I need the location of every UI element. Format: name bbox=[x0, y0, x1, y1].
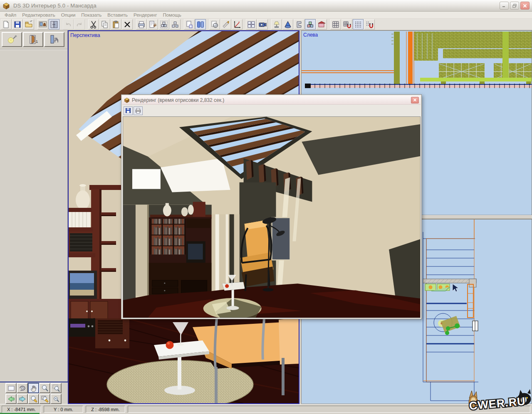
print-image-button[interactable] bbox=[134, 106, 143, 115]
print-preview-button[interactable] bbox=[147, 19, 158, 30]
render-dialog-toolbar bbox=[122, 105, 421, 116]
print-preview-icon bbox=[148, 20, 157, 29]
measure-ruler-icon bbox=[222, 20, 230, 29]
open-button[interactable] bbox=[23, 19, 34, 30]
camera-button[interactable] bbox=[257, 19, 268, 30]
grid-button[interactable] bbox=[330, 19, 341, 30]
close-button[interactable] bbox=[520, 2, 530, 10]
open-folder-icon bbox=[25, 20, 33, 29]
save-image-button[interactable] bbox=[124, 106, 133, 115]
room-number-badge: 1 bbox=[36, 39, 38, 44]
copy-button[interactable] bbox=[99, 19, 110, 30]
camera-icon bbox=[258, 20, 267, 29]
profile-button[interactable] bbox=[294, 19, 304, 30]
cabinet-icon bbox=[317, 20, 326, 29]
group-button[interactable] bbox=[158, 19, 169, 30]
print-icon bbox=[137, 20, 146, 29]
point-snap-button[interactable] bbox=[364, 19, 375, 30]
point-grid-icon bbox=[354, 20, 362, 29]
cabinet-button[interactable] bbox=[316, 19, 327, 30]
select-button[interactable] bbox=[5, 383, 17, 393]
lamp-icon bbox=[272, 20, 281, 29]
copy-icon bbox=[101, 20, 109, 29]
furniture-view-button[interactable] bbox=[49, 19, 59, 30]
cone-button[interactable] bbox=[282, 19, 293, 30]
minimize-icon bbox=[502, 4, 506, 7]
render-dialog-close-button[interactable] bbox=[411, 97, 419, 104]
zoom-icon bbox=[41, 384, 49, 392]
back-button[interactable] bbox=[5, 394, 17, 404]
render-dialog-close-icon bbox=[413, 98, 417, 102]
grid-snap-button[interactable] bbox=[341, 19, 352, 30]
undo-icon bbox=[64, 20, 72, 29]
furniture-button[interactable] bbox=[44, 32, 64, 47]
point-grid-button[interactable] bbox=[353, 19, 364, 30]
render-dialog-titlebar[interactable]: Рендеринг (время отрисовки 2,832 сек.) bbox=[122, 96, 421, 105]
navigation-panel bbox=[0, 382, 68, 404]
orbit-icon bbox=[18, 384, 27, 392]
delete-button[interactable] bbox=[122, 19, 133, 30]
orbit-button[interactable] bbox=[17, 383, 28, 393]
rendered-image bbox=[123, 116, 421, 318]
profile-icon bbox=[295, 20, 303, 29]
zoom-button[interactable] bbox=[39, 383, 50, 393]
zoom-out-icon bbox=[52, 395, 60, 403]
menu-options[interactable]: Опции bbox=[58, 12, 79, 17]
room-view-button[interactable] bbox=[37, 19, 48, 30]
paste-icon bbox=[112, 20, 120, 29]
room-button[interactable]: 1 bbox=[23, 32, 43, 47]
light-source-button[interactable] bbox=[2, 32, 22, 47]
floor-and-furniture bbox=[69, 318, 299, 403]
title-bar[interactable]: DS 3D Интерьер 5.0 - Мансарда bbox=[0, 0, 532, 12]
undo-button[interactable] bbox=[63, 19, 74, 30]
room-door-icon: 1 bbox=[28, 34, 39, 45]
main-toolbar bbox=[0, 19, 532, 30]
print-button[interactable] bbox=[136, 19, 147, 30]
zoom-window-button[interactable] bbox=[50, 383, 62, 393]
ungroup-icon bbox=[171, 20, 179, 29]
redo-button[interactable] bbox=[74, 19, 85, 30]
zoom-region-draw-button[interactable] bbox=[39, 394, 50, 404]
lamp-button[interactable] bbox=[271, 19, 282, 30]
render-sphere-icon bbox=[210, 20, 219, 29]
render-button[interactable] bbox=[209, 19, 220, 30]
measure-button[interactable] bbox=[220, 19, 231, 30]
cut-button[interactable] bbox=[88, 19, 99, 30]
new-document-button[interactable] bbox=[1, 19, 12, 30]
menu-insert[interactable]: Вставить bbox=[104, 12, 131, 17]
rendered-scene bbox=[123, 117, 420, 318]
page-setup-button[interactable] bbox=[184, 19, 195, 30]
ungroup-button[interactable] bbox=[170, 19, 181, 30]
delete-icon bbox=[123, 20, 131, 29]
room-view-icon bbox=[39, 20, 47, 29]
minimize-button[interactable] bbox=[500, 2, 509, 10]
restore-button[interactable] bbox=[510, 2, 519, 10]
pan-button[interactable] bbox=[28, 383, 39, 393]
menu-edit[interactable]: Редактировать bbox=[19, 12, 58, 17]
zoom-out-button[interactable] bbox=[50, 394, 62, 404]
window-title: DS 3D Интерьер 5.0 - Мансарда bbox=[13, 2, 97, 9]
menu-render[interactable]: Рендеринг bbox=[131, 12, 160, 17]
menu-help[interactable]: Помощь bbox=[160, 12, 184, 17]
zoom-in-region-icon bbox=[30, 395, 38, 403]
save-button[interactable] bbox=[12, 19, 23, 30]
viewport-layout-button[interactable] bbox=[246, 19, 257, 30]
menu-file[interactable]: Файл bbox=[2, 12, 19, 17]
status-message-area bbox=[128, 406, 530, 413]
redo-icon bbox=[75, 20, 84, 29]
ground-ruler bbox=[305, 84, 532, 88]
save-icon bbox=[13, 20, 22, 29]
zoom-region-draw-icon bbox=[41, 395, 49, 403]
objects-icon bbox=[306, 20, 314, 29]
render-dialog[interactable]: Рендеринг (время отрисовки 2,832 сек.) bbox=[121, 94, 422, 319]
menu-show[interactable]: Показать bbox=[78, 12, 104, 17]
forward-button[interactable] bbox=[17, 394, 28, 404]
axes-button[interactable] bbox=[232, 19, 242, 30]
menu-bar: Файл Редактировать Опции Показать Встави… bbox=[0, 12, 532, 19]
application-window: DS 3D Интерьер 5.0 - Мансарда Файл Редак… bbox=[0, 0, 532, 414]
paste-button[interactable] bbox=[111, 19, 121, 30]
objects-button[interactable] bbox=[305, 19, 316, 30]
new-document-icon bbox=[2, 20, 10, 29]
split-view-button[interactable] bbox=[195, 19, 206, 30]
zoom-in-region-button[interactable] bbox=[28, 394, 39, 404]
